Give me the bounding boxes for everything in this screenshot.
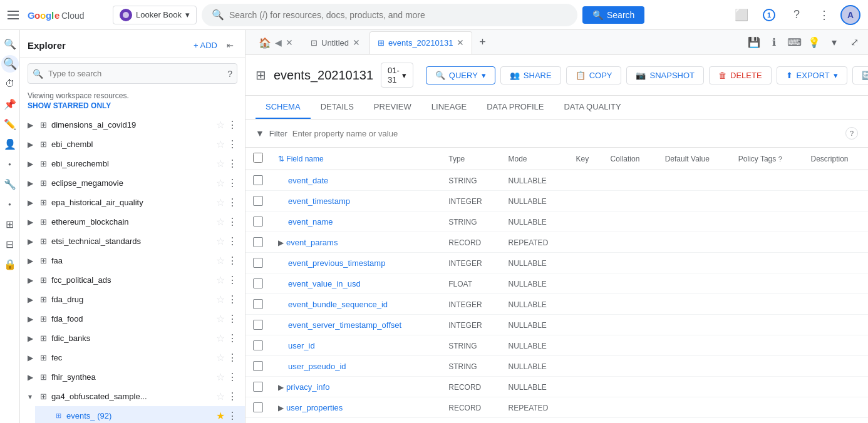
more-icon[interactable]: ⋮ xyxy=(227,293,237,305)
tab-untitled[interactable]: ⊡ Untitled ✕ xyxy=(302,31,368,54)
field-expand-icon[interactable]: ▶ xyxy=(278,404,284,412)
tree-dataset-item[interactable]: ▶ ⊞ faa ☆ ⋮ xyxy=(20,251,245,270)
tree-dataset-item[interactable]: ▶ ⊞ fda_drug ☆ ⋮ xyxy=(20,290,245,309)
field-name-link[interactable]: event_previous_timestamp xyxy=(288,258,385,268)
more-icon[interactable]: ⋮ xyxy=(227,119,237,131)
tree-dataset-item[interactable]: ▶ ⊞ ethereum_blockchain ☆ ⋮ xyxy=(20,212,245,232)
tabs-save-icon[interactable]: 💾 xyxy=(745,34,763,51)
row-checkbox[interactable] xyxy=(253,361,263,371)
select-all-checkbox[interactable] xyxy=(253,153,263,163)
more-icon[interactable]: ⋮ xyxy=(227,274,237,286)
schema-tab-data-profile[interactable]: DATA PROFILE xyxy=(477,96,554,119)
snapshot-btn[interactable]: 📷 SNAPSHOT xyxy=(626,66,704,84)
dataset-row[interactable]: ▾ ⊞ ga4_obfuscated_sample... ☆ ⋮ xyxy=(20,387,245,406)
field-name-link[interactable]: user_id xyxy=(288,341,315,350)
schema-tab-details[interactable]: DETAILS xyxy=(311,96,364,119)
sidebar-icon-dot1[interactable]: ● xyxy=(1,155,19,173)
schema-tab-lineage[interactable]: LINEAGE xyxy=(421,96,477,119)
filter-help-icon[interactable]: ? xyxy=(845,127,858,140)
star-icon[interactable]: ☆ xyxy=(216,371,225,383)
row-checkbox[interactable] xyxy=(253,196,263,206)
row-checkbox[interactable] xyxy=(253,217,263,227)
tabs-bulb-icon[interactable]: 💡 xyxy=(805,34,823,51)
tree-dataset-item[interactable]: ▶ ⊞ fhir_synthea ☆ ⋮ xyxy=(20,367,245,387)
row-checkbox[interactable] xyxy=(253,320,263,330)
collapse-panel-btn[interactable]: ⇤ xyxy=(222,38,237,53)
star-icon[interactable]: ☆ xyxy=(216,119,225,131)
sidebar-icon-pinned[interactable]: 📌 xyxy=(1,95,19,113)
tabs-chevron-icon[interactable]: ▾ xyxy=(825,34,843,51)
dataset-row[interactable]: ▶ ⊞ fda_food ☆ ⋮ xyxy=(20,309,245,329)
star-icon[interactable]: ☆ xyxy=(216,216,225,228)
tree-dataset-item[interactable]: ▾ ⊞ ga4_obfuscated_sample... ☆ ⋮ ⊞ event… xyxy=(20,387,245,423)
schema-tab-preview[interactable]: PREVIEW xyxy=(364,96,421,119)
more-icon[interactable]: ⋮ xyxy=(227,352,237,364)
tab-events-close[interactable]: ✕ xyxy=(457,38,464,48)
tree-dataset-item[interactable]: ▶ ⊞ ebi_surechembl ☆ ⋮ xyxy=(20,154,245,173)
dataset-row[interactable]: ▶ ⊞ epa_historical_air_quality ☆ ⋮ xyxy=(20,193,245,212)
row-checkbox[interactable] xyxy=(253,258,263,268)
copy-btn[interactable]: 📋 COPY xyxy=(566,66,622,84)
row-checkbox[interactable] xyxy=(253,278,263,288)
field-name-link[interactable]: event_bundle_sequence_id xyxy=(288,300,388,309)
more-icon[interactable]: ⋮ xyxy=(227,371,237,383)
help-icon-btn[interactable]: ? xyxy=(785,4,808,26)
more-icon[interactable]: ⋮ xyxy=(227,138,237,150)
tree-dataset-item[interactable]: ▶ ⊞ fcc_political_ads ☆ ⋮ xyxy=(20,270,245,290)
star-icon[interactable]: ☆ xyxy=(216,390,225,402)
tabs-info-icon[interactable]: ℹ xyxy=(765,34,783,51)
more-icon[interactable]: ⋮ xyxy=(227,216,237,228)
field-expand-icon[interactable]: ▶ xyxy=(278,383,284,392)
field-name-link[interactable]: event_server_timestamp_offset xyxy=(288,320,401,330)
share-btn[interactable]: 👥 SHARE xyxy=(500,66,561,84)
field-expand-icon[interactable]: ▶ xyxy=(278,238,284,247)
tree-dataset-item[interactable]: ▶ ⊞ eclipse_megamovie ☆ ⋮ xyxy=(20,173,245,193)
dataset-row[interactable]: ▶ ⊞ fec ☆ ⋮ xyxy=(20,348,245,367)
filter-input[interactable] xyxy=(292,129,840,138)
tree-dataset-item[interactable]: ▶ ⊞ etsi_technical_standards ☆ ⋮ xyxy=(20,232,245,251)
schema-tab-schema[interactable]: SCHEMA xyxy=(256,96,311,119)
dataset-row[interactable]: ▶ ⊞ ethereum_blockchain ☆ ⋮ xyxy=(20,212,245,232)
sidebar-icon-person[interactable]: 👤 xyxy=(1,135,19,153)
explorer-help-icon[interactable]: ? xyxy=(227,69,232,79)
dataset-row[interactable]: ▶ ⊞ etsi_technical_standards ☆ ⋮ xyxy=(20,232,245,251)
sidebar-icon-search[interactable]: 🔍 xyxy=(1,35,19,53)
query-btn[interactable]: 🔍 QUERY ▾ xyxy=(426,66,495,84)
tree-dataset-item[interactable]: ▶ ⊞ dimensions_ai_covid19 ☆ ⋮ xyxy=(20,115,245,135)
more-icon[interactable]: ⋮ xyxy=(227,196,237,208)
add-button[interactable]: + ADD xyxy=(194,41,217,50)
dataset-row[interactable]: ▶ ⊞ ebi_chembl ☆ ⋮ xyxy=(20,135,245,154)
field-name-link[interactable]: event_value_in_usd xyxy=(288,279,361,288)
more-icon[interactable]: ⋮ xyxy=(227,313,237,325)
row-checkbox[interactable] xyxy=(253,175,263,185)
more-options-btn[interactable]: ⋮ xyxy=(813,4,835,26)
dataset-row[interactable]: ▶ ⊞ fcc_political_ads ☆ ⋮ xyxy=(20,270,245,290)
more-icon[interactable]: ⋮ xyxy=(227,255,237,267)
sidebar-icon-compose[interactable]: ✏️ xyxy=(1,115,19,133)
star-icon[interactable]: ☆ xyxy=(216,352,225,364)
field-name-link[interactable]: event_timestamp xyxy=(288,196,350,206)
field-name-link[interactable]: event_date xyxy=(288,176,328,185)
more-icon[interactable]: ⋮ xyxy=(227,158,237,170)
tree-table-item[interactable]: ⊞ events_ (92) ★ ⋮ xyxy=(35,406,245,423)
star-icon[interactable]: ☆ xyxy=(216,177,225,189)
dataset-row[interactable]: ▶ ⊞ ebi_surechembl ☆ ⋮ xyxy=(20,154,245,173)
tab-events[interactable]: ⊞ events_20210131 ✕ xyxy=(369,31,472,54)
tree-dataset-item[interactable]: ▶ ⊞ fdic_banks ☆ ⋮ xyxy=(20,329,245,348)
tree-dataset-item[interactable]: ▶ ⊞ fec ☆ ⋮ xyxy=(20,348,245,367)
star-icon[interactable]: ☆ xyxy=(216,158,225,170)
star-icon[interactable]: ☆ xyxy=(216,332,225,344)
add-tab-btn[interactable]: + xyxy=(473,34,491,51)
row-checkbox[interactable] xyxy=(253,340,263,350)
star-icon[interactable]: ☆ xyxy=(216,196,225,208)
field-name-link[interactable]: privacy_info xyxy=(286,382,329,392)
project-selector[interactable]: Looker Book ▾ xyxy=(113,6,197,24)
tab-untitled-close[interactable]: ✕ xyxy=(353,38,360,48)
search-button[interactable]: 🔍 Search xyxy=(582,6,644,24)
user-avatar[interactable]: A xyxy=(840,5,860,25)
schema-tab-data-quality[interactable]: DATA QUALITY xyxy=(554,96,631,119)
explorer-search-input[interactable] xyxy=(28,63,237,84)
more-icon[interactable]: ⋮ xyxy=(227,235,237,247)
sidebar-icon-wrench[interactable]: 🔧 xyxy=(1,175,19,193)
sidebar-icon-grid[interactable]: ⊟ xyxy=(1,235,19,253)
